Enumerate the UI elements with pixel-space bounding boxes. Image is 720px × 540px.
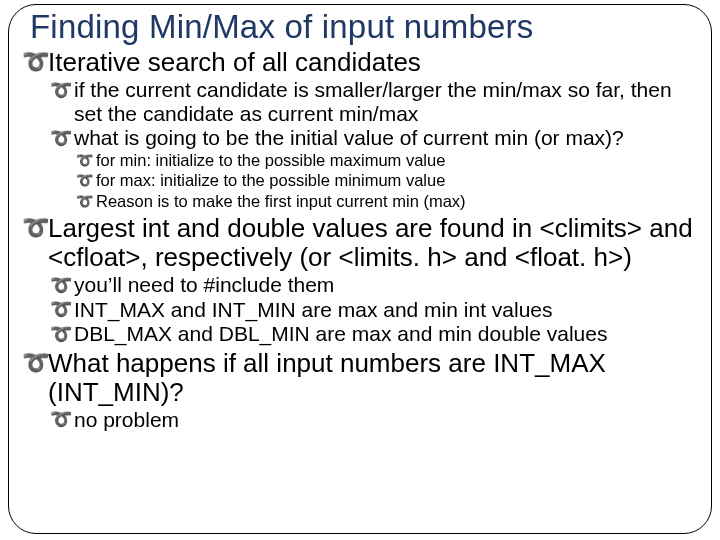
slide-content: Iterative search of all candidates if th… [16, 48, 704, 432]
bullet-l2: what is going to be the initial value of… [50, 126, 694, 150]
bullet-l3: for min: initialize to the possible maxi… [76, 151, 694, 170]
bullet-l2: INT_MAX and INT_MIN are max and min int … [50, 298, 694, 322]
bullet-l1: What happens if all input numbers are IN… [22, 349, 698, 407]
slide-title: Finding Min/Max of input numbers [30, 8, 704, 46]
bullet-l3: for max: initialize to the possible mini… [76, 171, 694, 190]
bullet-l1: Iterative search of all candidates [22, 48, 698, 77]
bullet-l2: DBL_MAX and DBL_MIN are max and min doub… [50, 322, 694, 346]
bullet-l3: Reason is to make the first input curren… [76, 192, 694, 211]
bullet-l1: Largest int and double values are found … [22, 214, 698, 272]
bullet-l2: if the current candidate is smaller/larg… [50, 78, 694, 125]
bullet-l2: you’ll need to #include them [50, 273, 694, 297]
slide: Finding Min/Max of input numbers Iterati… [0, 0, 720, 540]
bullet-l2: no problem [50, 408, 694, 432]
